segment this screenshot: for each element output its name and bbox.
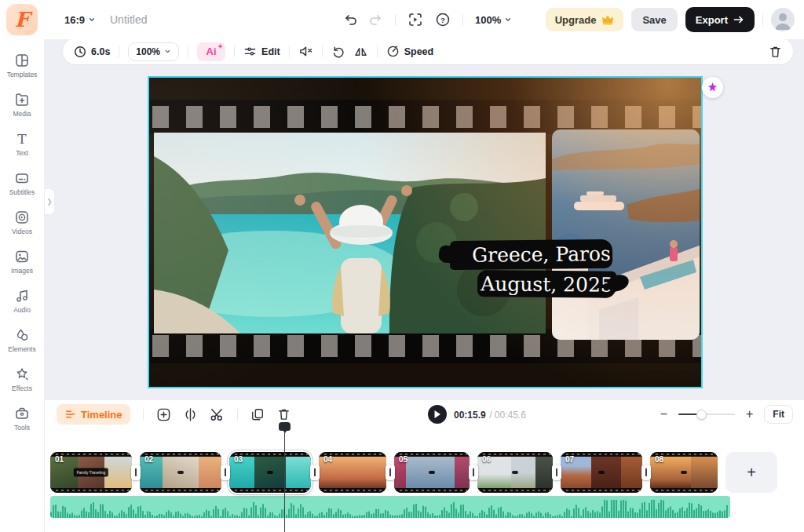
delete-clip-button[interactable] bbox=[769, 45, 782, 59]
timeline-clip-05[interactable]: 05 bbox=[394, 452, 470, 493]
canvas-zoom-value: 100% bbox=[475, 14, 501, 26]
video-preview-canvas[interactable]: Greece, Paros August, 2025 bbox=[148, 76, 703, 388]
sidebar-label: Images bbox=[11, 267, 33, 275]
fit-button[interactable]: Fit bbox=[764, 405, 793, 424]
cut-button[interactable] bbox=[210, 407, 225, 421]
svg-text:?: ? bbox=[440, 16, 445, 24]
chevron-down-icon bbox=[164, 48, 171, 55]
sidebar-expand-handle[interactable]: ❯ bbox=[45, 188, 55, 215]
edit-label: Edit bbox=[261, 46, 280, 57]
slider-knob[interactable] bbox=[696, 410, 707, 420]
media-icon bbox=[14, 92, 30, 107]
sidebar-item-videos[interactable]: Videos bbox=[0, 202, 44, 242]
divider bbox=[462, 14, 463, 26]
clip-scale-value: 100% bbox=[136, 46, 160, 57]
speed-label: Speed bbox=[404, 46, 434, 57]
timeline-clip-07[interactable]: 07 bbox=[561, 452, 642, 493]
clip-number: 07 bbox=[565, 455, 574, 464]
upgrade-button[interactable]: Upgrade bbox=[546, 8, 624, 31]
undo-button[interactable] bbox=[343, 13, 357, 27]
clip-caption bbox=[681, 471, 687, 474]
transition-handle[interactable] bbox=[131, 465, 141, 480]
preview-photo-right bbox=[552, 129, 700, 340]
clip-caption bbox=[598, 471, 605, 474]
timeline-tab-button[interactable]: Timeline bbox=[57, 404, 130, 425]
sidebar-item-effects[interactable]: Effects bbox=[0, 359, 44, 399]
transition-handle[interactable] bbox=[552, 465, 561, 480]
ai-magic-button[interactable] bbox=[702, 77, 723, 98]
timeline-clip-08[interactable]: 08 bbox=[650, 452, 718, 493]
flip-button[interactable] bbox=[353, 45, 368, 58]
add-clip-button[interactable]: + bbox=[725, 452, 777, 493]
app-logo[interactable]: F bbox=[6, 4, 38, 35]
save-button[interactable]: Save bbox=[631, 8, 677, 31]
divider bbox=[188, 46, 188, 57]
redo-button[interactable] bbox=[369, 13, 383, 27]
transition-handle[interactable] bbox=[221, 465, 230, 480]
transition-handle[interactable] bbox=[310, 465, 320, 480]
aspect-ratio-dropdown[interactable]: 16:9 bbox=[64, 0, 96, 39]
fit-label: Fit bbox=[773, 409, 784, 420]
zoom-out-button[interactable]: − bbox=[660, 408, 667, 421]
add-element-button[interactable] bbox=[156, 407, 171, 422]
elements-icon bbox=[14, 327, 30, 343]
flip-horizontal-icon bbox=[353, 45, 368, 58]
clip-number: 02 bbox=[144, 455, 153, 464]
timeline-clip-04[interactable]: 04 bbox=[319, 452, 386, 493]
rotate-button[interactable] bbox=[331, 45, 345, 58]
split-clip-button[interactable] bbox=[184, 407, 197, 422]
preview-button[interactable] bbox=[407, 12, 423, 27]
sidebar-item-images[interactable]: Images bbox=[0, 242, 44, 281]
transition-handle[interactable] bbox=[641, 465, 651, 480]
delete-timeline-button[interactable] bbox=[277, 407, 291, 421]
ai-label: Ai bbox=[206, 46, 217, 57]
timeline-clip-02[interactable]: 02 bbox=[140, 452, 221, 493]
clip-number: 03 bbox=[234, 455, 243, 464]
caption-line1[interactable]: Greece, Paros bbox=[450, 239, 612, 270]
play-icon bbox=[433, 410, 441, 419]
clip-caption bbox=[429, 471, 435, 474]
speed-button[interactable]: Speed bbox=[386, 45, 434, 58]
sidebar-item-audio[interactable]: Audio bbox=[0, 281, 44, 320]
copy-icon bbox=[250, 407, 265, 421]
sidebar-label: Elements bbox=[8, 345, 35, 353]
zoom-in-button[interactable]: + bbox=[746, 408, 753, 421]
user-avatar[interactable] bbox=[771, 8, 795, 31]
export-button[interactable]: Export bbox=[685, 7, 755, 32]
timeline-zoom-slider[interactable] bbox=[678, 410, 735, 420]
sidebar-item-media[interactable]: Media bbox=[0, 85, 44, 124]
caption-line2[interactable]: August, 2025 bbox=[477, 270, 616, 298]
canvas-zoom-dropdown[interactable]: 100% bbox=[475, 14, 512, 26]
project-title[interactable]: Untitled bbox=[110, 0, 147, 39]
ai-tools-button[interactable]: Ai ✦ bbox=[197, 42, 225, 61]
clip-scale-dropdown[interactable]: 100% bbox=[128, 42, 179, 61]
duplicate-button[interactable] bbox=[250, 407, 265, 421]
videos-icon bbox=[14, 210, 30, 225]
timeline-clip-03-selected[interactable]: 03 bbox=[229, 452, 311, 493]
playhead-handle[interactable] bbox=[279, 422, 291, 431]
clip-duration-value: 6.0s bbox=[91, 46, 110, 57]
edit-button[interactable]: Edit bbox=[243, 45, 280, 58]
caption-line1-text: Greece, Paros bbox=[472, 242, 611, 267]
mute-button[interactable] bbox=[298, 45, 313, 58]
audio-track[interactable] bbox=[50, 496, 730, 518]
timeline-clip-01[interactable]: 01 Family Traveling bbox=[50, 452, 132, 493]
clip-duration-button[interactable]: 6.0s bbox=[74, 46, 110, 58]
divider bbox=[234, 46, 235, 57]
sidebar-item-tools[interactable]: Tools bbox=[0, 399, 44, 438]
sidebar-item-elements[interactable]: Elements bbox=[0, 320, 44, 359]
transition-handle[interactable] bbox=[469, 465, 478, 480]
transition-handle[interactable] bbox=[386, 465, 395, 480]
sidebar-item-templates[interactable]: Templates bbox=[0, 46, 44, 85]
sidebar-label: Audio bbox=[13, 306, 31, 314]
play-button[interactable] bbox=[428, 405, 447, 424]
timeline-clip-06[interactable]: 06 bbox=[477, 452, 553, 493]
sidebar-item-text[interactable]: T Text bbox=[0, 124, 44, 163]
scissors-icon bbox=[210, 407, 225, 421]
rotate-ccw-icon bbox=[331, 45, 345, 58]
sidebar-item-subtitles[interactable]: Subtitles bbox=[0, 163, 44, 202]
timeline-icon bbox=[64, 409, 76, 420]
app-header: F 16:9 Untitled ? 100% Upgrade bbox=[0, 0, 804, 39]
help-button[interactable]: ? bbox=[435, 12, 451, 27]
sidebar-label: Text bbox=[16, 149, 28, 157]
